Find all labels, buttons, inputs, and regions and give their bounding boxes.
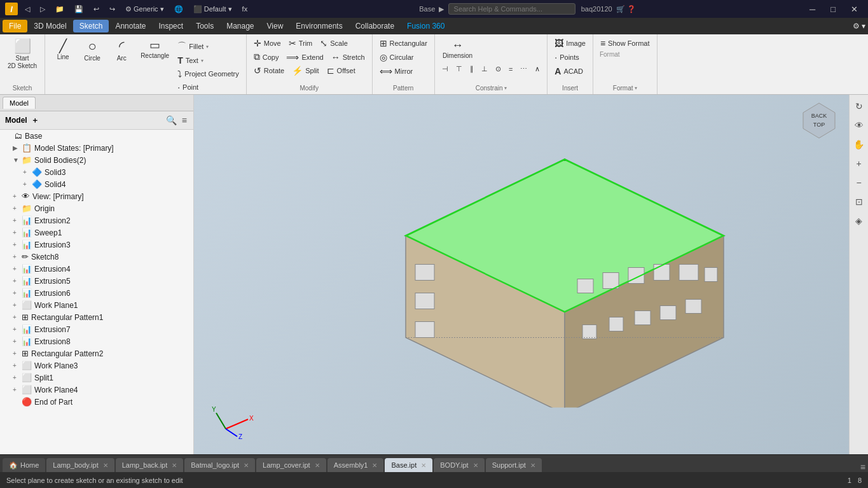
rectangle-button[interactable]: ▭ Rectangle	[137, 37, 173, 62]
menu-item-tools[interactable]: Tools	[189, 20, 220, 32]
tree-item-extrusion6[interactable]: + 📊 Extrusion6	[0, 287, 193, 299]
close-lamp-cover[interactable]: ✕	[315, 462, 320, 469]
rotate-button[interactable]: ↺ Rotate	[251, 64, 287, 77]
constrain-t[interactable]: ⊥	[478, 64, 491, 74]
constrain-f[interactable]: ⋯	[517, 64, 530, 74]
constrain-c[interactable]: ⊙	[492, 64, 504, 74]
rt-appearance[interactable]: ◈	[850, 212, 868, 230]
sidebar-menu-btn[interactable]: ≡	[181, 114, 188, 127]
tree-item-extrusion5[interactable]: + 📊 Extrusion5	[0, 275, 193, 287]
tree-item-solid3[interactable]: + 🔷 Solid3	[0, 166, 193, 178]
quick-access-fx[interactable]: fx	[239, 4, 251, 14]
quick-access-open[interactable]: 📁	[52, 4, 67, 15]
line-button[interactable]: ╱ Line	[49, 37, 77, 64]
quick-access-render[interactable]: 🌐	[171, 4, 186, 15]
tree-item-model-states[interactable]: ▶ 📋 Model States: [Primary]	[0, 142, 193, 154]
tab-assembly1[interactable]: Assembly1 ✕	[327, 458, 384, 472]
minimize-button[interactable]: ─	[804, 3, 820, 15]
constrain-h[interactable]: ⊣	[439, 64, 451, 74]
rt-pan[interactable]: ✋	[850, 136, 868, 153]
rt-zoom-all[interactable]: ⊡	[850, 193, 868, 211]
model-tab-model[interactable]: Model	[3, 97, 36, 109]
quick-access-forward[interactable]: ▷	[37, 4, 48, 15]
close-assembly1[interactable]: ✕	[372, 462, 377, 469]
rt-orbit[interactable]: ↻	[850, 97, 868, 115]
rectangular-button[interactable]: ⊞ Rectangular	[376, 37, 431, 50]
menu-item-file[interactable]: File	[3, 20, 27, 32]
tree-item-view-primary[interactable]: + 👁 View: [Primary]	[0, 190, 193, 202]
quick-access-save[interactable]: 💾	[71, 4, 86, 15]
tree-item-extrusion4[interactable]: + 📊 Extrusion4	[0, 263, 193, 275]
tab-lamp-body[interactable]: Lamp_body.ipt ✕	[46, 458, 114, 472]
constrain-section-label[interactable]: Constrain ▾	[476, 85, 507, 92]
menu-item-annotate[interactable]: Annotate	[109, 20, 152, 32]
tree-item-end-of-part[interactable]: 🔴 End of Part	[0, 396, 193, 408]
close-body[interactable]: ✕	[473, 462, 478, 469]
close-lamp-body[interactable]: ✕	[103, 462, 108, 469]
split-button[interactable]: ⚡ Split	[289, 64, 322, 77]
tree-item-split1[interactable]: + ⬜ Split1	[0, 372, 193, 384]
close-base[interactable]: ✕	[421, 462, 426, 469]
tree-item-rect-pattern2[interactable]: + ⊞ Rectangular Pattern2	[0, 347, 193, 359]
tab-lamp-cover[interactable]: Lamp_cover.ipt ✕	[256, 458, 326, 472]
sidebar-search-btn[interactable]: 🔍	[165, 114, 178, 127]
project-geometry-button[interactable]: ⤵ Project Geometry	[174, 67, 242, 80]
tree-item-base[interactable]: 🗂 Base	[0, 130, 193, 142]
trim-button[interactable]: ✂ Trim	[286, 37, 316, 50]
close-batmal-logo[interactable]: ✕	[244, 462, 249, 469]
menu-item-sketch[interactable]: Sketch	[73, 20, 109, 32]
constrain-p[interactable]: ∥	[467, 64, 477, 74]
menu-item-3dmodel[interactable]: 3D Model	[27, 20, 72, 32]
tab-base[interactable]: Base.ipt ✕	[385, 458, 432, 472]
canvas-area[interactable]: This is the surface where I want to plac…	[194, 95, 868, 454]
maximize-button[interactable]: □	[825, 3, 841, 15]
tree-item-extrusion2[interactable]: + 📊 Extrusion2	[0, 214, 193, 227]
constrain-s[interactable]: ∧	[532, 64, 543, 74]
menu-item-collaborate[interactable]: Collaborate	[349, 20, 401, 32]
tab-body[interactable]: BODY.ipt ✕	[434, 458, 484, 472]
close-support[interactable]: ✕	[530, 462, 535, 469]
start-2d-sketch-button[interactable]: ⬜ Start2D Sketch	[4, 37, 41, 73]
show-format-button[interactable]: ≡ Show Format	[597, 37, 653, 50]
rt-zoom-in[interactable]: +	[850, 155, 868, 172]
menu-item-manage[interactable]: Manage	[220, 20, 260, 32]
view-cube-container[interactable]: BACK TOP	[797, 100, 841, 146]
menu-item-inspect[interactable]: Inspect	[152, 20, 189, 32]
tree-item-extrusion3[interactable]: + 📊 Extrusion3	[0, 239, 193, 251]
arc-button[interactable]: ◜ Arc	[107, 37, 135, 65]
menu-item-view[interactable]: View	[261, 20, 290, 32]
quick-access-default[interactable]: ⬛ Default ▾	[190, 4, 235, 15]
tree-item-sweep1[interactable]: + 📊 Sweep1	[0, 227, 193, 239]
rt-zoom-out[interactable]: −	[850, 174, 868, 192]
dimension-button[interactable]: ↔ Dimension	[439, 37, 476, 62]
circle-button[interactable]: ○ Circle	[78, 37, 106, 65]
tree-item-extrusion7[interactable]: + 📊 Extrusion7	[0, 323, 193, 335]
image-button[interactable]: 🖼 Image	[551, 37, 589, 50]
tree-item-work-plane3[interactable]: + ⬜ Work Plane3	[0, 359, 193, 372]
tab-support[interactable]: Support.ipt ✕	[486, 458, 542, 472]
mirror-button[interactable]: ⟺ Mirror	[376, 65, 417, 78]
tab-home[interactable]: 🏠 Home	[3, 458, 45, 472]
tree-item-origin[interactable]: + 📁 Origin	[0, 202, 193, 214]
copy-button[interactable]: ⧉ Copy	[251, 50, 282, 64]
text-button[interactable]: T Text ▾	[174, 54, 242, 67]
tab-lamp-back[interactable]: Lamp_back.ipt ✕	[116, 458, 184, 472]
circular-button[interactable]: ◎ Circular	[376, 51, 417, 64]
tree-item-solid4[interactable]: + 🔷 Solid4	[0, 178, 193, 190]
point-button[interactable]: · Point	[174, 81, 242, 94]
quick-access-redo[interactable]: ↪	[106, 4, 118, 15]
constrain-v[interactable]: ⊤	[453, 64, 465, 74]
search-input[interactable]	[448, 3, 575, 15]
acad-button[interactable]: A ACAD	[551, 65, 586, 78]
tree-item-rect-pattern1[interactable]: + ⊞ Rectangular Pattern1	[0, 311, 193, 323]
quick-access-undo[interactable]: ↩	[90, 4, 102, 15]
tree-item-work-plane1[interactable]: + ⬜ Work Plane1	[0, 299, 193, 311]
sidebar-add-tab[interactable]: ＋	[31, 115, 39, 126]
stretch-button[interactable]: ↔ Stretch	[328, 50, 368, 64]
menu-item-environments[interactable]: Environments	[289, 20, 348, 32]
menu-settings[interactable]: ⚙ ▾	[853, 22, 865, 31]
tree-item-extrusion8[interactable]: + 📊 Extrusion8	[0, 335, 193, 347]
quick-access-generic[interactable]: ⚙ Generic ▾	[122, 4, 167, 15]
fillet-button[interactable]: ⌒ Fillet ▾	[174, 39, 242, 53]
tree-item-work-plane4[interactable]: + ⬜ Work Plane4	[0, 384, 193, 396]
